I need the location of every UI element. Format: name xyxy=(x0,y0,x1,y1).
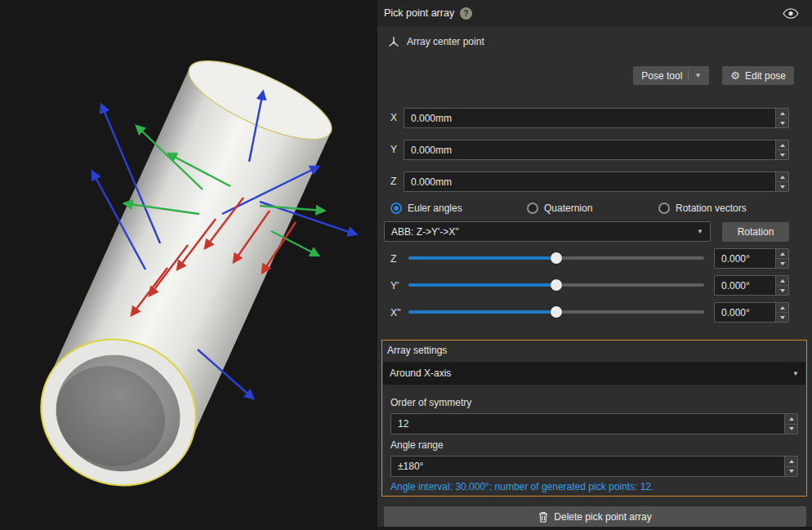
array-axis-value: Around X-axis xyxy=(390,367,451,379)
delete-pick-point-array-button[interactable]: Delete pick point array xyxy=(384,506,806,527)
order-spinner[interactable] xyxy=(784,414,797,434)
x-double-prime-rotation-value: 0.000° xyxy=(715,303,775,322)
panel-title: Pick point array xyxy=(384,7,454,19)
x-value: 0.000mm xyxy=(404,109,775,127)
y-prime-rotation-spinner[interactable] xyxy=(775,276,788,295)
array-settings-group: Array settings Around X-axis ▼ Order of … xyxy=(381,340,807,497)
y-prime-rotation-slider[interactable] xyxy=(408,278,704,292)
z-rotation-spinner[interactable] xyxy=(775,249,788,268)
z-input[interactable]: 0.000mm xyxy=(404,171,789,192)
y-spinner[interactable] xyxy=(775,140,788,159)
edit-pose-icon: ⚙ xyxy=(730,70,740,81)
x-double-prime-rotation-slider[interactable] xyxy=(408,305,704,318)
radio-circle xyxy=(527,203,538,214)
chevron-down-icon: ▼ xyxy=(697,228,703,235)
slider-handle[interactable] xyxy=(551,279,562,291)
order-of-symmetry-value: 12 xyxy=(391,414,784,434)
array-center-point-section: Array center point xyxy=(387,33,484,51)
radio-euler-angles[interactable]: Euler angles xyxy=(390,203,462,214)
x-input[interactable]: 0.000mm xyxy=(404,108,789,128)
radio-circle xyxy=(658,203,670,214)
y-prime-slider-label: Y' xyxy=(390,280,399,292)
delete-button-label: Delete pick point array xyxy=(554,511,651,523)
x-double-prime-rotation-input[interactable]: 0.000° xyxy=(714,302,789,323)
radio-quaternion[interactable]: Quaternion xyxy=(527,203,592,214)
z-rotation-input[interactable]: 0.000° xyxy=(714,248,789,269)
pose-tool-label: Pose tool xyxy=(641,70,682,82)
viewport-scene xyxy=(0,0,377,530)
button-divider xyxy=(688,70,689,81)
panel-header: Pick point array ? xyxy=(377,0,812,26)
euler-convention-dropdown[interactable]: ABB: Z->Y'->X'' ▼ xyxy=(384,221,711,242)
x-double-prime-rotation-spinner[interactable] xyxy=(775,303,788,322)
radio-label: Euler angles xyxy=(408,203,462,214)
z-rotation-value: 0.000° xyxy=(715,249,775,268)
radio-rotation-vectors[interactable]: Rotation vectors xyxy=(658,203,747,214)
pick-point-array-panel: Pick point array ? Array center point Po… xyxy=(377,0,812,530)
viewport-3d[interactable] xyxy=(0,0,377,530)
edit-pose-label: Edit pose xyxy=(745,70,786,82)
app-window: Pick point array ? Array center point Po… xyxy=(0,0,812,530)
pose-tool-button[interactable]: Pose tool ▼ xyxy=(633,66,709,85)
eye-icon xyxy=(783,8,799,19)
pose-buttons-row: Pose tool ▼ ⚙ Edit pose xyxy=(633,66,794,85)
help-icon[interactable]: ? xyxy=(460,7,472,20)
rotation-button[interactable]: Rotation xyxy=(722,222,789,242)
x-spinner[interactable] xyxy=(775,109,788,127)
angle-interval-info: Angle interval: 30.000°; number of gener… xyxy=(390,481,654,492)
panel-bottom-strip xyxy=(377,527,812,530)
y-prime-rotation-input[interactable]: 0.000° xyxy=(714,275,789,296)
array-center-point-icon xyxy=(387,35,400,48)
radio-circle xyxy=(390,203,402,214)
z-spinner[interactable] xyxy=(775,172,788,191)
slider-handle[interactable] xyxy=(551,252,562,264)
angle-range-spinner[interactable] xyxy=(784,457,797,476)
array-settings-title: Array settings xyxy=(387,345,447,356)
radio-label: Quaternion xyxy=(544,203,592,214)
radio-label: Rotation vectors xyxy=(676,203,747,214)
euler-convention-value: ABB: Z->Y'->X'' xyxy=(391,226,459,238)
chevron-down-icon: ▼ xyxy=(792,370,799,377)
z-rotation-slider[interactable] xyxy=(408,252,704,265)
angle-range-input[interactable]: ±180° xyxy=(390,456,798,477)
x-double-prime-slider-label: X'' xyxy=(390,307,401,318)
z-slider-label: Z xyxy=(390,253,396,265)
angle-range-label: Angle range xyxy=(390,439,444,451)
slider-handle[interactable] xyxy=(551,306,562,318)
y-prime-rotation-value: 0.000° xyxy=(715,276,775,295)
y-input[interactable]: 0.000mm xyxy=(404,140,789,160)
array-axis-dropdown[interactable]: Around X-axis ▼ xyxy=(383,362,805,385)
z-value: 0.000mm xyxy=(404,172,775,191)
chevron-down-icon: ▼ xyxy=(694,72,701,79)
trash-icon xyxy=(538,511,548,523)
edit-pose-button[interactable]: ⚙ Edit pose xyxy=(722,66,794,85)
rotation-button-label: Rotation xyxy=(738,226,774,238)
section-label: Array center point xyxy=(407,36,484,47)
visibility-toggle[interactable] xyxy=(783,8,799,19)
y-value: 0.000mm xyxy=(404,140,775,159)
order-of-symmetry-label: Order of symmetry xyxy=(390,397,471,408)
angle-range-value: ±180° xyxy=(391,457,784,476)
order-of-symmetry-input[interactable]: 12 xyxy=(390,413,798,434)
